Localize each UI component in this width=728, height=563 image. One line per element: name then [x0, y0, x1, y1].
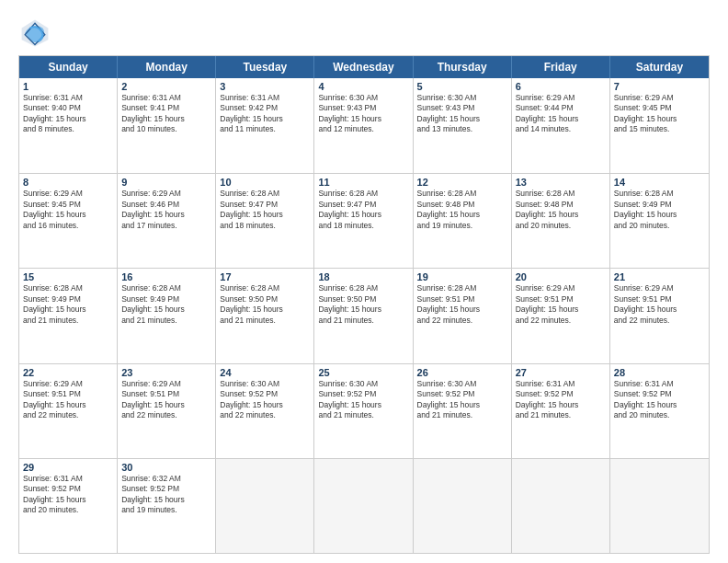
cell-info: Sunrise: 6:28 AMSunset: 9:47 PMDaylight:… — [220, 189, 283, 229]
day-number: 5 — [417, 81, 507, 92]
calendar-cell: 26Sunrise: 6:30 AMSunset: 9:52 PMDayligh… — [414, 364, 512, 458]
calendar-cell: 16Sunrise: 6:28 AMSunset: 9:49 PMDayligh… — [118, 269, 216, 362]
header-day-wednesday: Wednesday — [314, 56, 413, 78]
calendar-cell: 4Sunrise: 6:30 AMSunset: 9:43 PMDaylight… — [314, 78, 413, 173]
calendar-cell: 3Sunrise: 6:31 AMSunset: 9:42 PMDaylight… — [216, 78, 314, 173]
calendar-row: 1Sunrise: 6:31 AMSunset: 9:40 PMDaylight… — [19, 78, 709, 173]
header — [18, 17, 710, 50]
calendar-header: SundayMondayTuesdayWednesdayThursdayFrid… — [19, 56, 709, 78]
cell-info: Sunrise: 6:28 AMSunset: 9:48 PMDaylight:… — [516, 189, 579, 229]
cell-info: Sunrise: 6:31 AMSunset: 9:41 PMDaylight:… — [121, 93, 185, 133]
day-number: 9 — [121, 177, 211, 188]
calendar-cell: 21Sunrise: 6:29 AMSunset: 9:51 PMDayligh… — [610, 269, 709, 362]
logo — [18, 17, 55, 50]
day-number: 7 — [614, 81, 705, 92]
calendar-body: 1Sunrise: 6:31 AMSunset: 9:40 PMDaylight… — [19, 78, 709, 553]
cell-info: Sunrise: 6:29 AMSunset: 9:45 PMDaylight:… — [614, 93, 677, 133]
calendar: SundayMondayTuesdayWednesdayThursdayFrid… — [18, 55, 710, 554]
calendar-cell: 11Sunrise: 6:28 AMSunset: 9:47 PMDayligh… — [314, 174, 413, 268]
cell-info: Sunrise: 6:31 AMSunset: 9:52 PMDaylight:… — [614, 379, 677, 419]
calendar-cell: 29Sunrise: 6:31 AMSunset: 9:52 PMDayligh… — [19, 459, 118, 553]
day-number: 24 — [220, 367, 310, 378]
cell-info: Sunrise: 6:31 AMSunset: 9:40 PMDaylight:… — [23, 93, 86, 133]
day-number: 2 — [121, 81, 211, 92]
calendar-cell — [314, 459, 413, 553]
header-day-sunday: Sunday — [19, 56, 118, 78]
calendar-cell — [610, 459, 709, 553]
cell-info: Sunrise: 6:28 AMSunset: 9:47 PMDaylight:… — [318, 189, 381, 229]
day-number: 27 — [516, 367, 606, 378]
day-number: 22 — [23, 367, 113, 378]
header-day-tuesday: Tuesday — [216, 56, 314, 78]
calendar-cell: 7Sunrise: 6:29 AMSunset: 9:45 PMDaylight… — [610, 78, 709, 173]
day-number: 13 — [516, 177, 606, 188]
calendar-cell: 8Sunrise: 6:29 AMSunset: 9:45 PMDaylight… — [19, 174, 118, 268]
day-number: 12 — [417, 177, 507, 188]
calendar-row: 22Sunrise: 6:29 AMSunset: 9:51 PMDayligh… — [19, 363, 709, 458]
cell-info: Sunrise: 6:31 AMSunset: 9:52 PMDaylight:… — [516, 379, 579, 419]
logo-icon — [18, 17, 51, 50]
day-number: 29 — [23, 462, 113, 473]
calendar-cell — [414, 459, 512, 553]
day-number: 15 — [23, 271, 113, 282]
calendar-cell: 22Sunrise: 6:29 AMSunset: 9:51 PMDayligh… — [19, 364, 118, 458]
day-number: 8 — [23, 177, 113, 188]
calendar-cell: 5Sunrise: 6:30 AMSunset: 9:43 PMDaylight… — [414, 78, 512, 173]
calendar-cell: 15Sunrise: 6:28 AMSunset: 9:49 PMDayligh… — [19, 269, 118, 362]
header-day-thursday: Thursday — [414, 56, 512, 78]
cell-info: Sunrise: 6:30 AMSunset: 9:52 PMDaylight:… — [220, 379, 283, 419]
calendar-cell: 10Sunrise: 6:28 AMSunset: 9:47 PMDayligh… — [216, 174, 314, 268]
calendar-cell: 28Sunrise: 6:31 AMSunset: 9:52 PMDayligh… — [610, 364, 709, 458]
calendar-cell: 30Sunrise: 6:32 AMSunset: 9:52 PMDayligh… — [118, 459, 216, 553]
calendar-cell: 23Sunrise: 6:29 AMSunset: 9:51 PMDayligh… — [118, 364, 216, 458]
calendar-row: 29Sunrise: 6:31 AMSunset: 9:52 PMDayligh… — [19, 458, 709, 553]
calendar-cell — [512, 459, 610, 553]
calendar-cell: 9Sunrise: 6:29 AMSunset: 9:46 PMDaylight… — [118, 174, 216, 268]
calendar-cell: 12Sunrise: 6:28 AMSunset: 9:48 PMDayligh… — [414, 174, 512, 268]
cell-info: Sunrise: 6:29 AMSunset: 9:51 PMDaylight:… — [516, 283, 579, 324]
header-day-friday: Friday — [512, 56, 610, 78]
calendar-cell: 2Sunrise: 6:31 AMSunset: 9:41 PMDaylight… — [118, 78, 216, 173]
cell-info: Sunrise: 6:30 AMSunset: 9:43 PMDaylight:… — [417, 93, 481, 133]
cell-info: Sunrise: 6:29 AMSunset: 9:51 PMDaylight:… — [614, 283, 677, 324]
calendar-cell — [216, 459, 314, 553]
cell-info: Sunrise: 6:29 AMSunset: 9:51 PMDaylight:… — [23, 379, 86, 419]
cell-info: Sunrise: 6:32 AMSunset: 9:52 PMDaylight:… — [121, 474, 185, 514]
day-number: 20 — [516, 271, 606, 282]
cell-info: Sunrise: 6:29 AMSunset: 9:44 PMDaylight:… — [516, 93, 579, 133]
calendar-cell: 17Sunrise: 6:28 AMSunset: 9:50 PMDayligh… — [216, 269, 314, 362]
calendar-row: 8Sunrise: 6:29 AMSunset: 9:45 PMDaylight… — [19, 173, 709, 268]
day-number: 30 — [121, 462, 211, 473]
cell-info: Sunrise: 6:29 AMSunset: 9:45 PMDaylight:… — [23, 189, 86, 229]
cell-info: Sunrise: 6:30 AMSunset: 9:52 PMDaylight:… — [318, 379, 381, 419]
cell-info: Sunrise: 6:28 AMSunset: 9:49 PMDaylight:… — [121, 283, 185, 324]
day-number: 11 — [318, 177, 408, 188]
cell-info: Sunrise: 6:29 AMSunset: 9:46 PMDaylight:… — [121, 189, 185, 229]
day-number: 10 — [220, 177, 310, 188]
day-number: 26 — [417, 367, 507, 378]
day-number: 16 — [121, 271, 211, 282]
calendar-cell: 14Sunrise: 6:28 AMSunset: 9:49 PMDayligh… — [610, 174, 709, 268]
day-number: 17 — [220, 271, 310, 282]
calendar-cell: 6Sunrise: 6:29 AMSunset: 9:44 PMDaylight… — [512, 78, 610, 173]
calendar-cell: 24Sunrise: 6:30 AMSunset: 9:52 PMDayligh… — [216, 364, 314, 458]
day-number: 4 — [318, 81, 408, 92]
cell-info: Sunrise: 6:28 AMSunset: 9:49 PMDaylight:… — [614, 189, 677, 229]
day-number: 25 — [318, 367, 408, 378]
cell-info: Sunrise: 6:28 AMSunset: 9:48 PMDaylight:… — [417, 189, 481, 229]
cell-info: Sunrise: 6:31 AMSunset: 9:52 PMDaylight:… — [23, 474, 86, 514]
header-day-monday: Monday — [118, 56, 216, 78]
calendar-cell: 18Sunrise: 6:28 AMSunset: 9:50 PMDayligh… — [314, 269, 413, 362]
cell-info: Sunrise: 6:28 AMSunset: 9:51 PMDaylight:… — [417, 283, 481, 324]
cell-info: Sunrise: 6:28 AMSunset: 9:50 PMDaylight:… — [220, 283, 283, 324]
cell-info: Sunrise: 6:28 AMSunset: 9:49 PMDaylight:… — [23, 283, 86, 324]
cell-info: Sunrise: 6:30 AMSunset: 9:43 PMDaylight:… — [318, 93, 381, 133]
cell-info: Sunrise: 6:28 AMSunset: 9:50 PMDaylight:… — [318, 283, 381, 324]
calendar-cell: 13Sunrise: 6:28 AMSunset: 9:48 PMDayligh… — [512, 174, 610, 268]
cell-info: Sunrise: 6:29 AMSunset: 9:51 PMDaylight:… — [121, 379, 185, 419]
day-number: 23 — [121, 367, 211, 378]
page: SundayMondayTuesdayWednesdayThursdayFrid… — [0, 0, 728, 563]
day-number: 28 — [614, 367, 705, 378]
header-day-saturday: Saturday — [610, 56, 709, 78]
cell-info: Sunrise: 6:30 AMSunset: 9:52 PMDaylight:… — [417, 379, 481, 419]
